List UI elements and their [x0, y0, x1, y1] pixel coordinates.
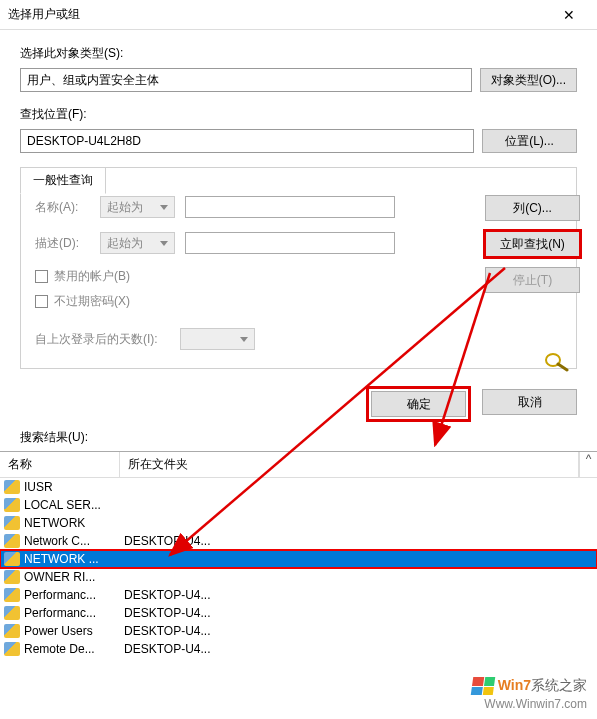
- row-location: DESKTOP-U4...: [124, 624, 593, 638]
- name-label: 名称(A):: [35, 199, 90, 216]
- desc-label: 描述(D):: [35, 235, 90, 252]
- cancel-button[interactable]: 取消: [482, 389, 577, 415]
- stop-button: 停止(T): [485, 267, 580, 293]
- tab-general-query[interactable]: 一般性查询: [20, 167, 106, 194]
- ok-highlight: 确定: [369, 389, 468, 419]
- row-name: Power Users: [24, 624, 124, 638]
- table-row[interactable]: LOCAL SER...: [0, 496, 597, 514]
- locations-button[interactable]: 位置(L)...: [482, 129, 577, 153]
- table-row[interactable]: Performanc...DESKTOP-U4...: [0, 586, 597, 604]
- close-icon[interactable]: ✕: [549, 7, 589, 23]
- user-group-icon: [4, 606, 20, 620]
- row-name: Performanc...: [24, 606, 124, 620]
- col-location[interactable]: 所在文件夹: [120, 452, 579, 477]
- svg-line-1: [558, 364, 567, 370]
- name-input[interactable]: [185, 196, 395, 218]
- user-group-icon: [4, 642, 20, 656]
- row-location: DESKTOP-U4...: [124, 588, 593, 602]
- table-row[interactable]: Performanc...DESKTOP-U4...: [0, 604, 597, 622]
- user-group-icon: [4, 552, 20, 566]
- user-group-icon: [4, 516, 20, 530]
- results-header: 名称 所在文件夹 ^: [0, 452, 597, 478]
- row-name: NETWORK ...: [24, 552, 124, 566]
- watermark-url: Www.Winwin7.com: [472, 697, 587, 711]
- results-list: 名称 所在文件夹 ^ IUSRLOCAL SER...NETWORKNetwor…: [0, 451, 597, 658]
- user-group-icon: [4, 534, 20, 548]
- user-group-icon: [4, 588, 20, 602]
- location-input[interactable]: [20, 129, 474, 153]
- days-since-login-select: [180, 328, 255, 350]
- user-group-icon: [4, 498, 20, 512]
- row-name: Performanc...: [24, 588, 124, 602]
- days-since-login-label: 自上次登录后的天数(I):: [35, 331, 170, 348]
- window-title: 选择用户或组: [8, 6, 549, 23]
- table-row[interactable]: Remote De...DESKTOP-U4...: [0, 640, 597, 658]
- object-type-input[interactable]: [20, 68, 472, 92]
- search-icon: [541, 350, 571, 372]
- ok-button[interactable]: 确定: [371, 391, 466, 417]
- checkbox-icon: [35, 270, 48, 283]
- row-location: DESKTOP-U4...: [124, 534, 593, 548]
- non-expiring-checkbox[interactable]: 不过期密码(X): [35, 293, 456, 310]
- desc-mode-select[interactable]: 起始为: [100, 232, 175, 254]
- row-name: LOCAL SER...: [24, 498, 124, 512]
- row-name: OWNER RI...: [24, 570, 124, 584]
- table-row[interactable]: OWNER RI...: [0, 568, 597, 586]
- find-now-button[interactable]: 立即查找(N): [485, 231, 580, 257]
- row-name: NETWORK: [24, 516, 124, 530]
- object-type-label: 选择此对象类型(S):: [20, 45, 577, 62]
- watermark-brand: Win7系统之家: [498, 677, 587, 695]
- col-name[interactable]: 名称: [0, 452, 120, 477]
- title-bar: 选择用户或组 ✕: [0, 0, 597, 30]
- table-row[interactable]: Power UsersDESKTOP-U4...: [0, 622, 597, 640]
- checkbox-icon: [35, 295, 48, 308]
- desc-input[interactable]: [185, 232, 395, 254]
- table-row[interactable]: NETWORK: [0, 514, 597, 532]
- scroll-up-icon[interactable]: ^: [579, 452, 597, 477]
- results-label: 搜索结果(U):: [0, 429, 597, 451]
- row-location: DESKTOP-U4...: [124, 642, 593, 656]
- row-name: IUSR: [24, 480, 124, 494]
- table-row[interactable]: Network C...DESKTOP-U4...: [0, 532, 597, 550]
- table-row[interactable]: IUSR: [0, 478, 597, 496]
- table-row[interactable]: NETWORK ...: [0, 550, 597, 568]
- windows-flag-icon: [470, 677, 495, 695]
- disabled-accounts-checkbox[interactable]: 禁用的帐户(B): [35, 268, 456, 285]
- location-label: 查找位置(F):: [20, 106, 577, 123]
- watermark: Win7系统之家 Www.Winwin7.com: [472, 677, 587, 711]
- row-name: Network C...: [24, 534, 124, 548]
- user-group-icon: [4, 480, 20, 494]
- row-name: Remote De...: [24, 642, 124, 656]
- columns-button[interactable]: 列(C)...: [485, 195, 580, 221]
- name-mode-select[interactable]: 起始为: [100, 196, 175, 218]
- user-group-icon: [4, 624, 20, 638]
- row-location: DESKTOP-U4...: [124, 606, 593, 620]
- object-types-button[interactable]: 对象类型(O)...: [480, 68, 577, 92]
- user-group-icon: [4, 570, 20, 584]
